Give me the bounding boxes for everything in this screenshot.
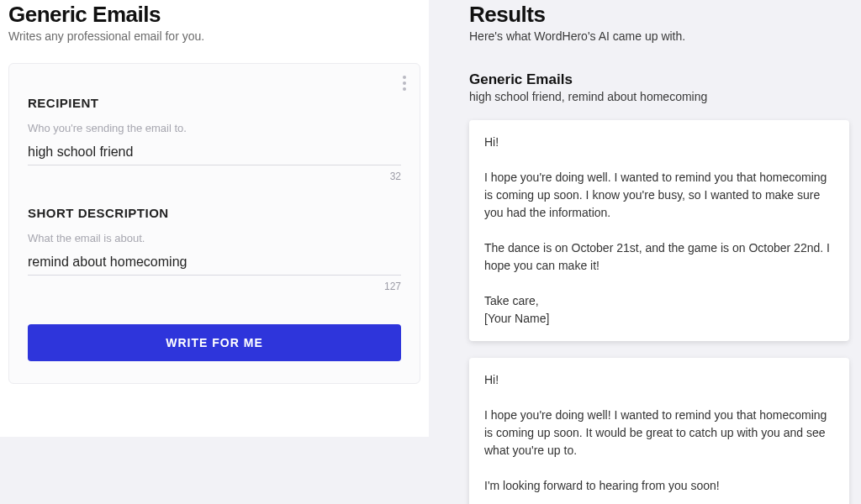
- result-card[interactable]: Hi! I hope you're doing well. I wanted t…: [469, 120, 849, 341]
- results-panel: Results Here's what WordHero's AI came u…: [429, 0, 861, 504]
- more-options-icon[interactable]: [403, 76, 406, 91]
- description-input[interactable]: [28, 249, 401, 276]
- write-for-me-button[interactable]: WRITE FOR ME: [28, 324, 401, 361]
- description-hint: What the email is about.: [28, 232, 401, 244]
- form-card: RECIPIENT Who you're sending the email t…: [8, 63, 420, 384]
- recipient-field: RECIPIENT Who you're sending the email t…: [28, 96, 401, 182]
- description-label: SHORT DESCRIPTION: [28, 206, 401, 220]
- results-title: Results: [469, 2, 849, 28]
- description-counter: 127: [28, 281, 401, 292]
- input-panel: Generic Emails Writes any professional e…: [0, 0, 429, 437]
- result-card[interactable]: Hi! I hope you're doing well! I wanted t…: [469, 358, 849, 504]
- results-tool-name: Generic Emails: [469, 71, 849, 88]
- recipient-hint: Who you're sending the email to.: [28, 122, 401, 134]
- description-field: SHORT DESCRIPTION What the email is abou…: [28, 206, 401, 292]
- results-subtitle: Here's what WordHero's AI came up with.: [469, 29, 849, 43]
- recipient-label: RECIPIENT: [28, 96, 401, 110]
- page-title: Generic Emails: [8, 2, 420, 28]
- results-tool-inputs: high school friend, remind about homecom…: [469, 90, 849, 103]
- page-subtitle: Writes any professional email for you.: [8, 29, 420, 43]
- recipient-input[interactable]: [28, 139, 401, 165]
- recipient-counter: 32: [28, 171, 401, 182]
